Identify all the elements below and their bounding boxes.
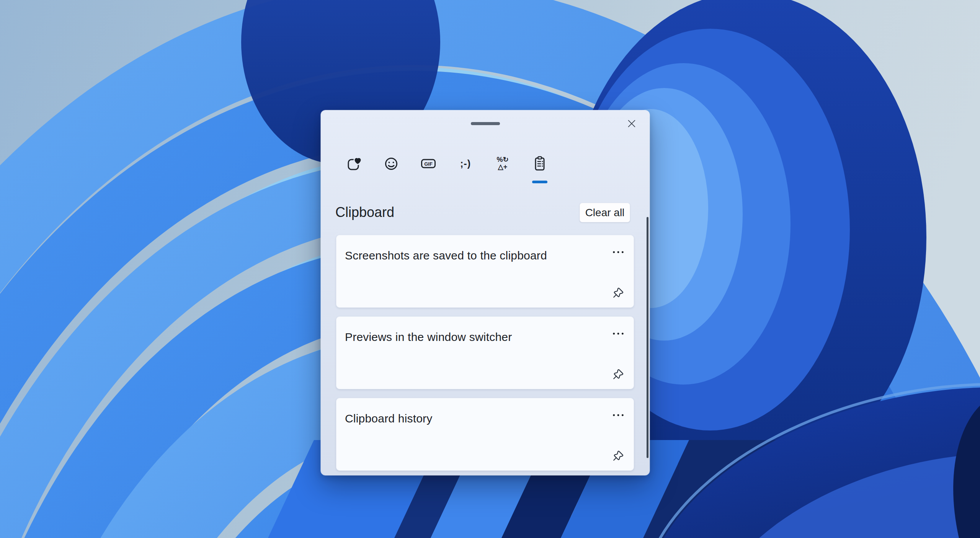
ellipsis-icon xyxy=(611,412,625,419)
clear-all-button[interactable]: Clear all xyxy=(580,203,630,222)
desktop: GIF ;-) %↻ △+ xyxy=(0,0,980,538)
clipboard-item[interactable]: Clipboard history xyxy=(336,398,634,471)
smiley-face-icon xyxy=(383,155,400,172)
clipboard-item[interactable]: Previews in the window switcher xyxy=(336,316,634,389)
tab-strip: GIF ;-) %↻ △+ xyxy=(346,155,548,172)
drag-handle[interactable] xyxy=(471,122,500,125)
pin-icon xyxy=(612,287,624,299)
tab-gif[interactable]: GIF xyxy=(420,155,437,172)
symbols-line2: △+ xyxy=(498,163,507,171)
clipboard-icon xyxy=(531,155,548,172)
tab-emoji[interactable] xyxy=(383,155,400,172)
tab-clipboard[interactable] xyxy=(531,155,548,172)
tab-kaomoji[interactable]: ;-) xyxy=(457,155,474,172)
more-options-button[interactable] xyxy=(609,408,627,422)
symbols-line1: %↻ xyxy=(497,156,508,163)
pin-button[interactable] xyxy=(609,366,627,383)
ellipsis-icon xyxy=(611,249,625,256)
pin-button[interactable] xyxy=(609,447,627,464)
ellipsis-icon xyxy=(611,330,625,337)
clipboard-flyout-panel: GIF ;-) %↻ △+ xyxy=(321,110,650,475)
heart-box-icon xyxy=(346,155,363,172)
kaomoji-label: ;-) xyxy=(460,158,471,169)
pin-button[interactable] xyxy=(609,284,627,301)
clear-all-label: Clear all xyxy=(585,207,625,219)
pin-icon xyxy=(612,368,624,380)
clipboard-item-text: Previews in the window switcher xyxy=(345,331,512,344)
symbols-icon: %↻ △+ xyxy=(497,156,508,171)
close-button[interactable] xyxy=(623,115,640,132)
clipboard-item[interactable]: Screenshots are saved to the clipboard xyxy=(336,235,634,308)
gif-badge-icon: GIF xyxy=(420,155,437,172)
clipboard-item-text: Screenshots are saved to the clipboard xyxy=(345,249,547,262)
tab-recent-favorites[interactable] xyxy=(346,155,363,172)
more-options-button[interactable] xyxy=(609,327,627,341)
selected-tab-underline xyxy=(532,181,547,183)
panel-title: Clipboard xyxy=(335,204,394,220)
gif-label: GIF xyxy=(424,161,433,167)
more-options-button[interactable] xyxy=(609,245,627,259)
clipboard-item-text: Clipboard history xyxy=(345,412,433,425)
close-icon xyxy=(626,115,638,132)
tab-symbols[interactable]: %↻ △+ xyxy=(494,155,511,172)
pin-icon xyxy=(612,450,624,462)
scrollbar[interactable] xyxy=(647,217,648,458)
